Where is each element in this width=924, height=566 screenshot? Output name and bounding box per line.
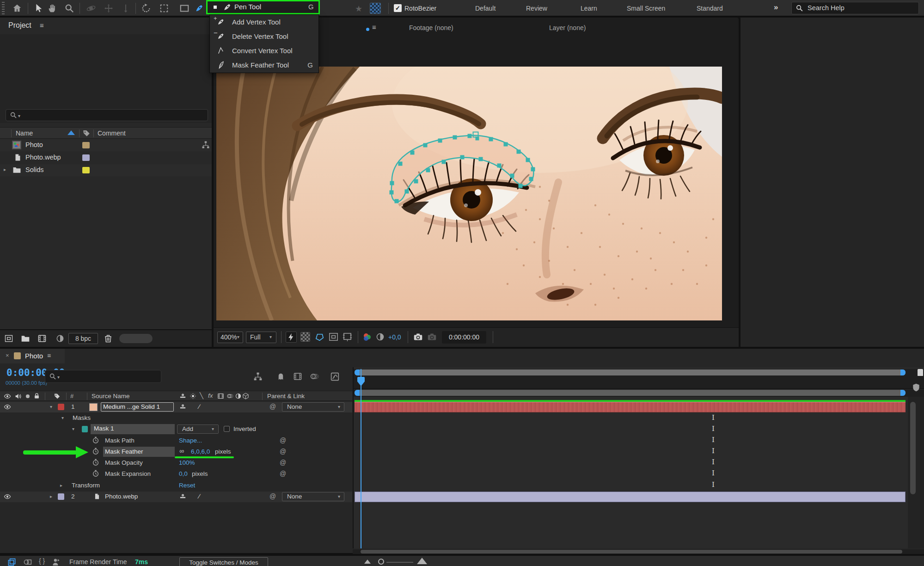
new-composition-button[interactable] xyxy=(37,334,47,343)
expand-chevron-icon[interactable]: ▸ xyxy=(4,167,6,172)
comp-marker-bin-icon[interactable] xyxy=(912,382,921,393)
bit-depth-button[interactable]: 8 bpc xyxy=(68,333,98,344)
flowchart-icon[interactable] xyxy=(202,141,210,149)
parent-link-column-header[interactable]: Parent & Link xyxy=(267,393,305,400)
expand-layers-icon[interactable] xyxy=(7,558,16,566)
track-area[interactable]: I I I I I I I xyxy=(353,367,924,548)
search-options-chevron[interactable]: ▾ xyxy=(57,375,60,380)
project-row-photo-webp[interactable]: Photo.webp xyxy=(0,152,212,164)
magnification-dropdown[interactable]: 400% ▾ xyxy=(217,332,243,343)
workspace-tab-standard[interactable]: Standard xyxy=(697,5,723,12)
new-folder-button[interactable] xyxy=(20,334,31,343)
rectangle-tool[interactable] xyxy=(179,3,190,13)
time-ruler[interactable] xyxy=(354,376,924,389)
pen-tool-button[interactable] xyxy=(194,3,204,13)
timeline-hscrollbar-thumb[interactable] xyxy=(361,550,902,554)
shy-switch-icon[interactable] xyxy=(179,493,186,500)
mask-opacity-row[interactable]: Mask Opacity 100% @ xyxy=(0,458,352,468)
quality-switch-icon[interactable]: ∕ xyxy=(199,492,200,500)
tab-layer[interactable]: Layer (none) xyxy=(549,24,586,31)
expand-chevron-icon[interactable]: ▾ xyxy=(61,415,64,420)
search-help-box[interactable]: Search Help xyxy=(791,2,919,14)
work-area-bar[interactable] xyxy=(355,390,906,396)
zoom-in-mountain-icon[interactable] xyxy=(417,558,427,564)
mask-visibility-icon[interactable] xyxy=(314,332,325,342)
zoom-tool[interactable] xyxy=(64,3,74,13)
timeline-search-box[interactable]: ▾ xyxy=(45,370,161,383)
work-area-right-handle[interactable] xyxy=(900,390,906,396)
home-button[interactable] xyxy=(12,3,22,13)
stopwatch-icon[interactable] xyxy=(92,459,99,466)
project-row-solids[interactable]: ▸ Solids xyxy=(0,164,212,176)
masks-group-row[interactable]: ▾ Masks xyxy=(0,413,352,424)
show-snapshot-icon[interactable] xyxy=(427,332,437,342)
menu-item-mask-feather[interactable]: Mask Feather Tool G xyxy=(210,58,319,72)
address-person-icon[interactable] xyxy=(52,558,61,566)
layer-name-box[interactable]: Medium ...ge Solid 1 xyxy=(101,402,174,412)
pickwhip-icon[interactable]: @ xyxy=(280,448,286,455)
orbit-camera-tool[interactable] xyxy=(86,3,96,13)
delete-trash-button[interactable] xyxy=(104,333,113,344)
source-name-column-header[interactable]: Source Name xyxy=(92,393,130,400)
parent-dropdown[interactable]: None ▾ xyxy=(282,492,344,501)
zoom-out-mountain-icon[interactable] xyxy=(364,560,371,564)
more-workspaces-chevron[interactable]: » xyxy=(774,3,778,12)
mask-expansion-row[interactable]: Mask Expansion 0,0 pixels @ xyxy=(0,469,352,480)
workspace-tab-small-screen[interactable]: Small Screen xyxy=(627,5,665,12)
color-depth-icon[interactable] xyxy=(55,334,65,343)
property-value[interactable]: 0,0 xyxy=(179,470,188,477)
pickwhip-icon[interactable]: @ xyxy=(280,459,286,466)
timeline-tab[interactable]: × Photo ≡ xyxy=(0,349,65,363)
inverted-checkbox[interactable] xyxy=(224,426,230,432)
playhead-line[interactable] xyxy=(361,369,361,548)
stopwatch-icon[interactable] xyxy=(92,437,99,444)
layer-label-color[interactable] xyxy=(58,404,64,410)
column-header-name[interactable]: Name xyxy=(16,129,33,137)
frame-blending-icon[interactable] xyxy=(293,372,302,381)
graph-editor-icon[interactable] xyxy=(330,372,340,381)
project-flowchart-button[interactable] xyxy=(4,334,14,343)
region-of-interest-icon[interactable] xyxy=(328,332,339,342)
mask-mode-dropdown[interactable]: Add ▾ xyxy=(177,424,219,434)
property-value[interactable]: 6,0,6,0 xyxy=(191,448,210,455)
horizontal-scrollbar[interactable] xyxy=(119,334,153,343)
pen-tool-selected[interactable]: Pen Tool G xyxy=(206,0,320,14)
mask-path-row[interactable]: Mask Path Shape... @ xyxy=(0,436,352,446)
navigator-left-handle[interactable] xyxy=(355,369,360,375)
favorite-star-icon[interactable]: ★ xyxy=(355,4,362,14)
label-color-chip[interactable] xyxy=(82,142,90,148)
transparency-grid-icon[interactable] xyxy=(300,332,310,342)
rotobezier-checkbox[interactable]: ✓ xyxy=(394,4,402,12)
close-icon[interactable]: × xyxy=(6,352,9,359)
expand-chevron-icon[interactable]: ▾ xyxy=(72,426,74,431)
stopwatch-icon[interactable] xyxy=(92,470,99,477)
toggle-switches-modes-button[interactable]: Toggle Switches / Modes xyxy=(179,557,268,566)
rotation-tool[interactable] xyxy=(141,3,151,13)
motion-blur-icon[interactable] xyxy=(310,372,319,381)
snapshot-camera-icon[interactable] xyxy=(413,332,423,342)
project-row-photo[interactable]: Photo xyxy=(0,139,212,151)
stopwatch-icon[interactable] xyxy=(92,448,99,455)
playhead-marker[interactable] xyxy=(357,377,365,381)
expand-chevron-icon[interactable]: ▾ xyxy=(50,404,52,409)
mask1-row[interactable]: ▾ Mask 1 Add ▾ Inverted xyxy=(0,424,352,435)
menu-item-delete-vertex[interactable]: − Delete Vertex Tool xyxy=(210,29,319,43)
live-update-icon[interactable] xyxy=(23,558,32,566)
property-value[interactable]: 100% xyxy=(179,459,195,466)
search-options-chevron[interactable]: ▾ xyxy=(18,113,20,118)
parent-dropdown[interactable]: None ▾ xyxy=(282,402,344,412)
selection-tool[interactable] xyxy=(33,3,43,13)
pickwhip-icon[interactable]: @ xyxy=(280,470,286,477)
layer-row-2[interactable]: ▸ 2 Photo.webp ∕ @ None ▾ xyxy=(0,492,352,502)
transform-reset[interactable]: Reset xyxy=(179,482,195,489)
transform-row[interactable]: ▸ Transform Reset xyxy=(0,480,352,491)
resolution-dropdown[interactable]: Full ▾ xyxy=(246,332,276,343)
menu-item-add-vertex[interactable]: + Add Vertex Tool xyxy=(210,15,319,29)
workspace-tab-review[interactable]: Review xyxy=(526,5,547,12)
label-column-tag-icon[interactable] xyxy=(82,129,91,137)
parent-pickwhip-icon[interactable]: @ xyxy=(269,403,276,410)
camera-marquee-tool[interactable] xyxy=(159,3,169,13)
mask-color-chip[interactable] xyxy=(82,426,88,432)
quality-switch-icon[interactable]: ∕ xyxy=(199,403,200,410)
navigator-right-handle[interactable] xyxy=(900,369,906,375)
